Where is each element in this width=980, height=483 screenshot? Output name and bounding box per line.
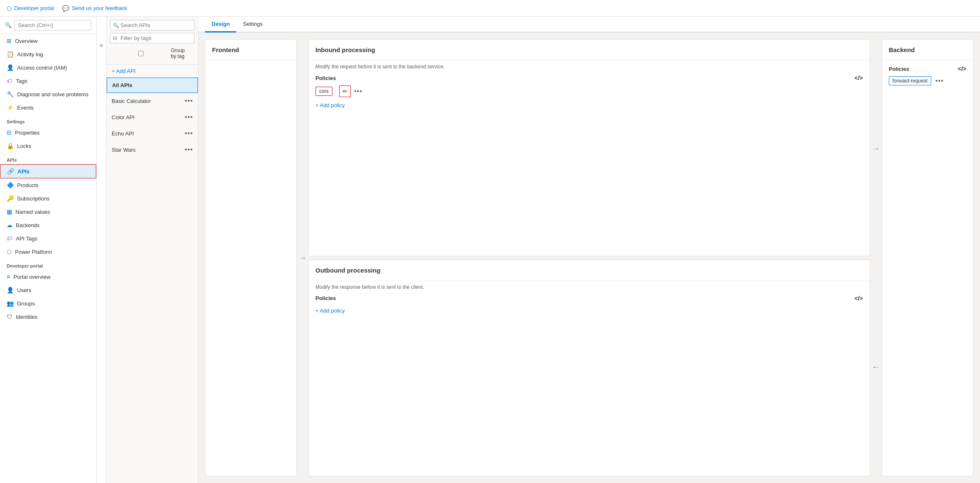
sidebar-item-api-tags[interactable]: 🏷 API Tags bbox=[0, 232, 96, 245]
sidebar-item-tags[interactable]: 🏷 Tags bbox=[0, 74, 96, 88]
locks-icon: 🔒 bbox=[7, 143, 14, 149]
forward-request-more-button[interactable]: ••• bbox=[935, 77, 944, 85]
sidebar-item-users[interactable]: 👤 Users bbox=[0, 283, 96, 297]
add-outbound-policy-label: + Add policy bbox=[315, 308, 345, 314]
tab-settings[interactable]: Settings bbox=[236, 17, 269, 33]
apis-panel: 🔍 ⛁ Group by tag + Add API All APIs Basi… bbox=[107, 17, 198, 483]
inbound-policies-section: Policies </> cors ✏ ••• + Add policy bbox=[309, 70, 870, 115]
outbound-policies-section: Policies </> + Add policy bbox=[309, 290, 870, 320]
sidebar-item-products[interactable]: 🔷 Products bbox=[0, 178, 96, 192]
sidebar-item-activity-log[interactable]: 📋 Activity log bbox=[0, 48, 96, 61]
sidebar-item-label: Properties bbox=[15, 130, 40, 136]
backend-policies-label: Policies bbox=[889, 66, 909, 72]
apis-section-title: APIs bbox=[0, 153, 96, 164]
cors-more-button[interactable]: ••• bbox=[354, 88, 362, 95]
outbound-panel: Outbound processing Modify the response … bbox=[308, 260, 870, 477]
filter-icon: ⛁ bbox=[113, 35, 117, 41]
sidebar-item-label: Tags bbox=[16, 78, 27, 84]
developer-portal-label: Developer portal bbox=[14, 5, 54, 11]
sidebar-item-apis[interactable]: 🔗 APIs bbox=[0, 164, 96, 178]
sidebar-item-power-platform[interactable]: ⬡ Power Platform bbox=[0, 245, 96, 258]
feedback-label: Send us your feedback bbox=[72, 5, 127, 11]
middle-column: Inbound processing Modify the request be… bbox=[308, 39, 870, 476]
backend-panel: Backend Policies </> forward-request ••• bbox=[882, 39, 973, 476]
add-api-button[interactable]: + Add API bbox=[107, 65, 198, 78]
collapse-sidebar-button[interactable]: « bbox=[97, 17, 107, 483]
list-item[interactable]: Basic Calculator ••• bbox=[107, 93, 198, 109]
properties-icon: ⊟ bbox=[7, 129, 12, 136]
sidebar-item-label: Power Platform bbox=[15, 249, 52, 255]
arrow-from-backend: ← bbox=[872, 258, 880, 477]
sidebar-item-identities[interactable]: 🛡 Identities bbox=[0, 310, 96, 323]
sidebar-item-portal-overview[interactable]: ≡ Portal overview bbox=[0, 270, 96, 283]
groups-icon: 👥 bbox=[7, 300, 14, 307]
api-more-button[interactable]: ••• bbox=[185, 97, 193, 105]
outbound-policies-label: Policies bbox=[315, 295, 336, 301]
feedback-link[interactable]: 💬 Send us your feedback bbox=[62, 5, 127, 12]
outbound-policies-header: Policies </> bbox=[315, 295, 863, 302]
sidebar-item-locks[interactable]: 🔒 Locks bbox=[0, 139, 96, 153]
cors-tag[interactable]: cors bbox=[315, 87, 332, 96]
all-apis-item[interactable]: All APIs bbox=[107, 78, 198, 93]
tab-design[interactable]: Design bbox=[205, 17, 236, 33]
sidebar-item-label: API Tags bbox=[16, 235, 38, 242]
edit-cors-button[interactable]: ✏ bbox=[339, 85, 351, 97]
backend-policies-section: Policies </> forward-request ••• bbox=[882, 60, 973, 90]
sidebar-item-label: Backends bbox=[16, 222, 40, 228]
sidebar-item-events[interactable]: ⚡ Events bbox=[0, 101, 96, 114]
sidebar-item-subscriptions[interactable]: 🔑 Subscriptions bbox=[0, 192, 96, 205]
events-icon: ⚡ bbox=[7, 104, 14, 111]
group-by-tag-checkbox[interactable] bbox=[113, 51, 168, 56]
sidebar-item-label: APIs bbox=[18, 168, 30, 175]
inbound-panel: Inbound processing Modify the request be… bbox=[308, 39, 870, 256]
forward-request-tag[interactable]: forward-request bbox=[889, 76, 931, 85]
sidebar-item-groups[interactable]: 👥 Groups bbox=[0, 297, 96, 310]
apis-icon: 🔗 bbox=[7, 168, 14, 175]
api-more-button[interactable]: ••• bbox=[185, 113, 193, 121]
sidebar-item-named-values[interactable]: ▦ Named values bbox=[0, 205, 96, 218]
api-list: All APIs Basic Calculator ••• Color API … bbox=[107, 78, 198, 483]
sidebar-item-label: Users bbox=[17, 287, 31, 293]
access-control-icon: 👤 bbox=[7, 64, 14, 71]
frontend-panel: Frontend bbox=[205, 39, 297, 476]
api-more-button[interactable]: ••• bbox=[185, 146, 193, 153]
outbound-code-icon[interactable]: </> bbox=[855, 295, 863, 302]
api-name: Echo API bbox=[112, 130, 134, 137]
backend-code-icon[interactable]: </> bbox=[958, 65, 966, 72]
arrows-column: → ← bbox=[872, 39, 880, 476]
sidebar-item-label: Diagnose and solve problems bbox=[17, 91, 88, 98]
search-box[interactable]: 🔍 bbox=[0, 17, 96, 34]
list-item[interactable]: Color API ••• bbox=[107, 109, 198, 125]
sidebar-item-label: Overview bbox=[15, 38, 38, 44]
add-outbound-policy-button[interactable]: + Add policy bbox=[315, 306, 863, 315]
search-input[interactable] bbox=[14, 20, 91, 30]
portal-overview-icon: ≡ bbox=[7, 273, 10, 280]
group-by-tag-label: Group by tag bbox=[171, 48, 191, 59]
all-apis-label: All APIs bbox=[112, 82, 132, 88]
sidebar-item-diagnose[interactable]: 🔧 Diagnose and solve problems bbox=[0, 88, 96, 101]
developer-portal-link[interactable]: ⬡ Developer portal bbox=[7, 5, 54, 12]
developer-portal-icon: ⬡ bbox=[7, 5, 12, 12]
list-item[interactable]: Star Wars ••• bbox=[107, 142, 198, 158]
add-inbound-policy-button[interactable]: + Add policy bbox=[315, 100, 863, 110]
sidebar-item-properties[interactable]: ⊟ Properties bbox=[0, 126, 96, 139]
sidebar-item-overview[interactable]: ⊞ Overview bbox=[0, 34, 96, 48]
search-icon: 🔍 bbox=[5, 22, 12, 28]
developer-portal-section-title: Developer portal bbox=[0, 258, 96, 270]
identities-icon: 🛡 bbox=[7, 313, 12, 320]
arrow-right-icon: → bbox=[298, 253, 307, 263]
sidebar-item-label: Products bbox=[17, 182, 38, 188]
filter-apis-input[interactable] bbox=[110, 33, 195, 43]
settings-section-title: Settings bbox=[0, 114, 96, 126]
sidebar-item-access-control[interactable]: 👤 Access control (IAM) bbox=[0, 61, 96, 74]
activity-log-icon: 📋 bbox=[7, 51, 14, 58]
search-apis-input[interactable] bbox=[110, 20, 195, 30]
list-item[interactable]: Echo API ••• bbox=[107, 125, 198, 142]
inbound-description: Modify the request before it is sent to … bbox=[309, 60, 870, 70]
arrow-right-backend-icon: → bbox=[872, 144, 880, 153]
sidebar-item-backends[interactable]: ☁ Backends bbox=[0, 218, 96, 232]
inbound-code-icon[interactable]: </> bbox=[855, 75, 863, 81]
api-more-button[interactable]: ••• bbox=[185, 130, 193, 137]
sidebar: 🔍 ⊞ Overview 📋 Activity log 👤 Access con… bbox=[0, 17, 97, 483]
backend-title: Backend bbox=[882, 40, 973, 60]
